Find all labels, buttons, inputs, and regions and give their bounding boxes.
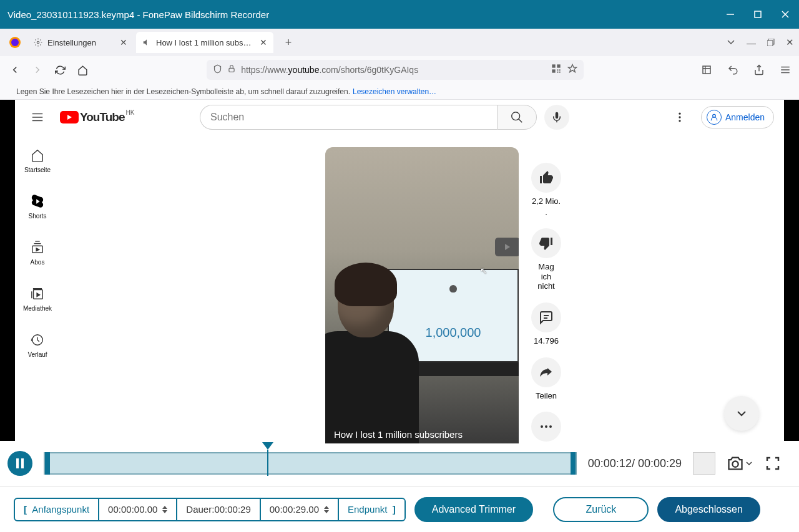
time-display: 00:00:12/ 00:00:29 xyxy=(588,457,682,470)
svg-rect-10 xyxy=(552,64,555,67)
svg-rect-14 xyxy=(559,69,561,70)
svg-rect-15 xyxy=(557,72,558,73)
browser-restore-button[interactable] xyxy=(767,37,775,48)
tabs-dropdown-button[interactable] xyxy=(727,37,735,48)
share-icon[interactable] xyxy=(750,61,768,79)
hamburger-icon[interactable] xyxy=(25,105,50,130)
sidebar-item-history[interactable]: Verlauf xyxy=(15,322,60,368)
more-button[interactable] xyxy=(531,412,561,442)
cursor-icon: ↖ xyxy=(480,266,488,276)
mic-button[interactable] xyxy=(544,105,569,130)
fullscreen-button[interactable] xyxy=(764,455,782,472)
svg-rect-13 xyxy=(557,69,558,70)
history-icon xyxy=(30,332,45,347)
duration-display: Dauer:00:00:29 xyxy=(177,499,260,520)
svg-rect-16 xyxy=(559,72,561,73)
tab-youtube-short[interactable]: How I lost 1 million subscribers ✕ xyxy=(136,32,273,53)
comments-count: 14.796 xyxy=(534,336,559,346)
sidebar-label: Abos xyxy=(31,259,45,266)
screenshot-button[interactable] xyxy=(727,455,753,472)
search-input[interactable] xyxy=(200,105,497,130)
qr-icon[interactable] xyxy=(551,64,561,76)
youtube-masthead: YouTube HK Anmelden xyxy=(15,100,784,135)
shorts-action-rail: 2,2 Mio. . Mag ich nicht 14.796 Teilen xyxy=(531,163,561,442)
timeline-track[interactable] xyxy=(44,452,577,475)
end-time-input[interactable]: 00:00:29.00 xyxy=(261,499,339,520)
bookmark-manage-link[interactable]: Lesezeichen verwalten… xyxy=(353,87,436,96)
tab-settings[interactable]: Einstellungen ✕ xyxy=(27,32,134,53)
reload-button[interactable] xyxy=(50,60,70,80)
next-short-button[interactable] xyxy=(724,396,759,431)
end-spinner[interactable] xyxy=(324,506,329,513)
svg-point-27 xyxy=(679,116,680,118)
bookmark-star-icon[interactable] xyxy=(567,64,577,76)
browser-tab-strip: Einstellungen ✕ How I lost 1 million sub… xyxy=(0,29,799,56)
browser-close-button[interactable]: ✕ xyxy=(786,37,794,48)
editor-panel: 00:00:12/ 00:00:29 [ Anfangspunkt 00:00:… xyxy=(0,441,799,532)
search-button[interactable] xyxy=(497,105,537,130)
share-label: Teilen xyxy=(536,391,557,401)
shorts-player-area: 1,000,000 ↖ How I lost 1 million subscri… xyxy=(60,135,784,441)
settings-menu-button[interactable] xyxy=(667,105,692,130)
browser-minimize-button[interactable]: — xyxy=(747,37,756,48)
shield-icon xyxy=(213,64,222,76)
back-button[interactable]: Zurück xyxy=(553,497,649,522)
new-tab-button[interactable]: + xyxy=(280,34,297,51)
bookmark-bar: Legen Sie Ihre Lesezeichen hier in der L… xyxy=(0,84,799,100)
youtube-play-icon xyxy=(60,111,79,123)
sidebar-label: Verlauf xyxy=(27,351,47,358)
svg-point-39 xyxy=(545,425,547,428)
url-input[interactable]: https://www.youtube.com/shorts/6g0tKyGAI… xyxy=(207,60,584,80)
sidebar-label: Mediathek xyxy=(23,305,52,312)
tab-label: How I lost 1 million subscribers xyxy=(156,38,255,47)
share-button[interactable]: Teilen xyxy=(531,357,561,401)
gear-icon xyxy=(34,38,42,47)
advanced-trimmer-button[interactable]: Advanced Trimmer xyxy=(414,497,533,522)
minimize-button[interactable] xyxy=(717,0,744,29)
youtube-region: HK xyxy=(126,109,135,116)
video-overlay-icon xyxy=(495,238,519,256)
dislike-button[interactable]: Mag ich nicht xyxy=(531,228,561,291)
menu-icon[interactable] xyxy=(777,61,794,79)
comments-button[interactable]: 14.796 xyxy=(531,302,561,346)
close-icon[interactable]: ✕ xyxy=(120,37,127,47)
svg-rect-9 xyxy=(229,68,234,72)
sound-icon xyxy=(142,38,151,47)
pause-button[interactable] xyxy=(7,451,32,476)
sidebar-item-home[interactable]: Startseite xyxy=(15,137,60,183)
svg-line-25 xyxy=(519,119,522,123)
maximize-button[interactable] xyxy=(744,0,772,29)
start-point-button[interactable]: [ Anfangspunkt xyxy=(15,499,99,520)
signin-button[interactable]: Anmelden xyxy=(701,106,774,128)
timeline-playhead[interactable] xyxy=(262,442,273,476)
address-bar: https://www.youtube.com/shorts/6g0tKyGAI… xyxy=(0,56,799,84)
subscriptions-icon xyxy=(30,240,45,255)
short-video[interactable]: 1,000,000 ↖ How I lost 1 million subscri… xyxy=(325,147,519,443)
svg-point-38 xyxy=(541,425,543,428)
sidebar-item-library[interactable]: Mediathek xyxy=(15,276,60,322)
undo-icon[interactable] xyxy=(724,61,742,79)
start-time-input[interactable]: 00:00:00.00 xyxy=(99,499,177,520)
home-button[interactable] xyxy=(72,60,92,80)
like-button[interactable]: 2,2 Mio. . xyxy=(531,163,561,217)
sidebar-item-subscriptions[interactable]: Abos xyxy=(15,230,60,276)
done-button[interactable]: Abgeschlossen xyxy=(657,497,760,522)
library-icon xyxy=(30,286,45,301)
youtube-logo[interactable]: YouTube HK xyxy=(60,110,124,124)
firefox-icon[interactable] xyxy=(5,32,25,52)
timeline-handle-end[interactable] xyxy=(571,452,576,475)
search-box xyxy=(200,105,537,130)
timeline-handle-start[interactable] xyxy=(45,452,50,475)
end-point-button[interactable]: Endpunkt ] xyxy=(339,499,404,520)
youtube-logo-text: YouTube xyxy=(80,110,124,124)
back-button[interactable] xyxy=(5,60,25,80)
forward-button[interactable] xyxy=(27,60,47,80)
clip-icon[interactable] xyxy=(698,61,715,79)
like-count: 2,2 Mio. xyxy=(532,196,561,206)
sidebar-label: Startseite xyxy=(24,167,51,173)
sidebar-item-shorts[interactable]: Shorts xyxy=(15,183,60,230)
close-button[interactable] xyxy=(772,0,799,29)
close-icon[interactable]: ✕ xyxy=(260,37,267,47)
start-spinner[interactable] xyxy=(162,506,167,513)
start-point-group: [ Anfangspunkt 00:00:00.00 Dauer:00:00:2… xyxy=(14,498,406,521)
